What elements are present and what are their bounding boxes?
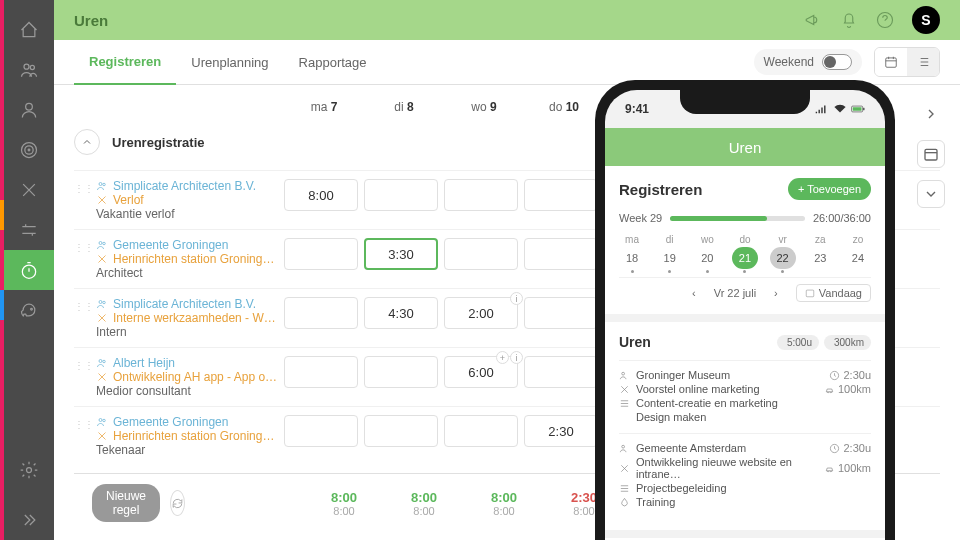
uren-title: Uren	[619, 334, 651, 350]
time-cell[interactable]: 3:30	[364, 238, 438, 270]
time-cell[interactable]	[364, 356, 438, 388]
date-chip[interactable]: 19	[657, 247, 683, 269]
help-icon[interactable]	[876, 11, 894, 29]
date-chip[interactable]: 20	[694, 247, 720, 269]
date-chip[interactable]: 23	[807, 247, 833, 269]
week-progress: Week 29 26:00/36:00	[619, 212, 871, 224]
right-controls	[917, 100, 945, 208]
phone-register-section: Registreren + Toevoegen Week 29 26:00/36…	[605, 166, 885, 314]
time-entry[interactable]: Gemeente Amsterdam2:30uOntwikkeling nieu…	[619, 433, 871, 518]
project-label[interactable]: Herinrichten station Groning…	[96, 429, 284, 443]
project-label[interactable]: Ontwikkeling AH app - App o…	[96, 370, 284, 384]
time-cell[interactable]	[524, 297, 598, 329]
prev-day-button[interactable]: ‹	[688, 285, 700, 301]
time-cell[interactable]	[444, 238, 518, 270]
svg-rect-24	[863, 108, 864, 110]
mini-calendar-button[interactable]	[917, 140, 945, 168]
svg-point-2	[26, 103, 33, 110]
client-label[interactable]: Simplicate Architecten B.V.	[96, 297, 284, 311]
today-button[interactable]: Vandaag	[796, 284, 871, 302]
time-cell[interactable]: 2:30	[524, 415, 598, 447]
sidebar-tools[interactable]	[4, 170, 54, 210]
new-row-button[interactable]: Nieuwe regel	[92, 484, 160, 522]
client-label[interactable]: Gemeente Groningen	[96, 238, 284, 252]
toggle-switch[interactable]	[822, 54, 852, 70]
project-label[interactable]: Verlof	[96, 193, 284, 207]
sidebar-person[interactable]	[4, 90, 54, 130]
time-cell[interactable]	[284, 415, 358, 447]
next-week-button[interactable]	[917, 100, 945, 128]
sidebar-timer[interactable]	[4, 250, 54, 290]
drag-handle[interactable]: ⋮⋮	[74, 356, 92, 371]
bell-icon[interactable]	[840, 11, 858, 29]
project-label[interactable]: Interne werkzaamheden - W…	[96, 311, 284, 325]
sliders-icon	[19, 220, 39, 240]
day-column: ma 7	[284, 100, 364, 114]
calendar-view-button[interactable]	[875, 48, 907, 76]
drag-handle[interactable]: ⋮⋮	[74, 179, 92, 194]
time-entry[interactable]: Groninger Museum2:30uVoorstel online mar…	[619, 360, 871, 433]
time-cell[interactable]: 8:00	[284, 179, 358, 211]
client-label[interactable]: Gemeente Groningen	[96, 415, 284, 429]
sidebar-expand[interactable]	[4, 500, 54, 540]
tab-rapportage[interactable]: Rapportage	[284, 40, 382, 85]
time-cell[interactable]	[444, 415, 518, 447]
chevron-right-icon	[923, 106, 939, 122]
sidebar-home[interactable]	[4, 10, 54, 50]
megaphone-icon[interactable]	[804, 11, 822, 29]
svg-point-8	[27, 468, 32, 473]
weekend-toggle[interactable]: Weekend	[754, 49, 862, 75]
sidebar-piggy[interactable]	[4, 290, 54, 330]
time-cell[interactable]	[284, 356, 358, 388]
svg-point-20	[99, 419, 102, 422]
date-chip[interactable]: 21	[732, 247, 758, 269]
tab-registreren[interactable]: Registreren	[74, 40, 176, 85]
weekend-label: Weekend	[764, 55, 814, 69]
time-cell[interactable]	[284, 297, 358, 329]
sidebar-target[interactable]	[4, 130, 54, 170]
client-label[interactable]: Simplicate Architecten B.V.	[96, 179, 284, 193]
total-cell: 8:008:00	[467, 490, 541, 517]
client-label[interactable]: Albert Heijn	[96, 356, 284, 370]
tab-controls: Weekend	[754, 47, 940, 77]
time-cell[interactable]	[364, 415, 438, 447]
sidebar-sliders[interactable]	[4, 210, 54, 250]
refresh-button[interactable]	[170, 490, 185, 516]
sidebar-users[interactable]	[4, 50, 54, 90]
phone-register-title: Registreren	[619, 181, 702, 198]
project-label[interactable]: Herinrichten station Groning…	[96, 252, 284, 266]
header-actions: S	[804, 6, 940, 34]
accent-bar-orange	[0, 200, 4, 230]
date-chip[interactable]: 24	[845, 247, 871, 269]
time-cell[interactable]	[364, 179, 438, 211]
phone-mockup: 9:41 Uren Registreren + Toevoegen Week 2…	[595, 80, 895, 540]
sidebar-settings[interactable]	[4, 450, 54, 490]
time-cell[interactable]	[524, 238, 598, 270]
target-icon	[19, 140, 39, 160]
time-cell[interactable]	[284, 238, 358, 270]
time-cell[interactable]: 6:00i+	[444, 356, 518, 388]
time-cell[interactable]	[524, 356, 598, 388]
drag-handle[interactable]: ⋮⋮	[74, 415, 92, 430]
date-chip[interactable]: 18	[619, 247, 645, 269]
time-cell[interactable]: 2:00i	[444, 297, 518, 329]
user-avatar[interactable]: S	[912, 6, 940, 34]
phone-notch	[680, 90, 810, 114]
phone-uren-section: Uren 5:00u300km Groninger Museum2:30uVoo…	[605, 322, 885, 530]
day-column: do 10	[524, 100, 604, 114]
drag-handle[interactable]: ⋮⋮	[74, 297, 92, 312]
date-chip[interactable]: 22	[770, 247, 796, 269]
calendar-icon	[805, 288, 815, 298]
collapse-button[interactable]	[74, 129, 100, 155]
dropdown-button[interactable]	[917, 180, 945, 208]
time-cell[interactable]: 4:30	[364, 297, 438, 329]
next-day-button[interactable]: ›	[770, 285, 782, 301]
list-view-button[interactable]	[907, 48, 939, 76]
svg-point-14	[99, 242, 102, 245]
add-button[interactable]: + Toevoegen	[788, 178, 871, 200]
time-cell[interactable]	[524, 179, 598, 211]
time-cell[interactable]	[444, 179, 518, 211]
svg-rect-11	[925, 149, 937, 160]
tab-urenplanning[interactable]: Urenplanning	[176, 40, 283, 85]
drag-handle[interactable]: ⋮⋮	[74, 238, 92, 253]
